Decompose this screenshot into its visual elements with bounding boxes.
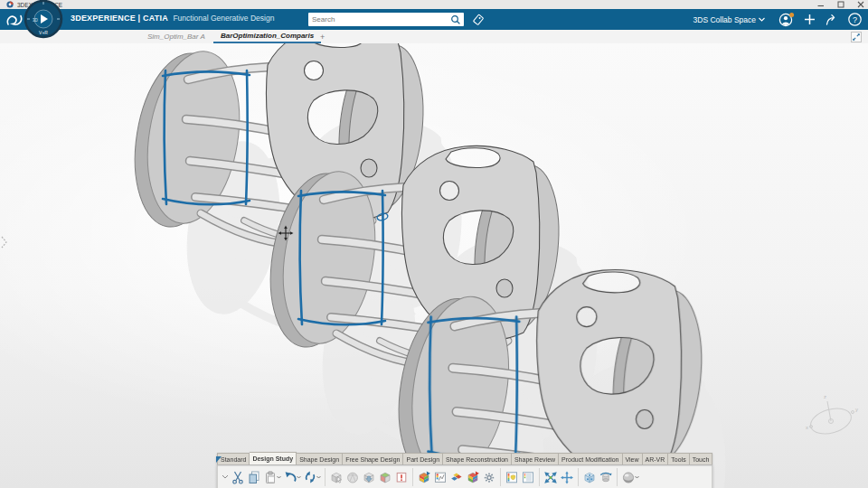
update-button[interactable] <box>302 467 318 487</box>
minimize-button[interactable] <box>817 1 825 8</box>
import-shape-button[interactable] <box>361 467 377 487</box>
toolbar-separator <box>412 468 413 486</box>
toolbar-overflow-icon[interactable] <box>221 467 230 487</box>
compare-results-button[interactable] <box>448 467 465 487</box>
3d-compass[interactable]: 3D V+R <box>24 0 63 43</box>
panel-colorbar-right-button[interactable] <box>520 467 536 487</box>
select-shape-button[interactable] <box>328 467 344 487</box>
compass-mode-label: 3D <box>33 18 39 23</box>
collab-space-label: 3DS Collab Space <box>693 15 756 24</box>
svg-text:?: ? <box>853 15 857 24</box>
tab-product-modification[interactable]: Product Modification <box>559 453 622 465</box>
svg-text:z: z <box>824 394 826 399</box>
share-icon[interactable] <box>825 13 839 27</box>
view-cube-button[interactable] <box>581 467 598 487</box>
render-style-icon <box>622 471 635 484</box>
tab-shape-reconstruction[interactable]: Shape Reconstruction <box>443 453 512 465</box>
app-icon <box>6 1 14 8</box>
brand-name: 3DEXPERIENCE | CATIA <box>71 14 168 23</box>
copy-icon <box>248 471 260 484</box>
svg-text:x: x <box>806 425 808 430</box>
render-style-button[interactable] <box>620 467 637 487</box>
tab-bar-optimization-comparison[interactable]: BarOptimization_Comparis <box>213 30 321 43</box>
3ds-logo-icon <box>5 11 24 33</box>
results-display-button[interactable] <box>416 467 432 487</box>
help-icon[interactable]: ? <box>847 12 863 27</box>
error-report-icon <box>395 471 408 483</box>
undo-button[interactable] <box>282 467 298 487</box>
panel-expand-chevron-icon[interactable] <box>2 237 6 248</box>
tab-tools[interactable]: Tools <box>668 453 689 465</box>
contour-results-icon <box>467 471 479 483</box>
copy-button[interactable] <box>246 467 262 487</box>
contour-results-button[interactable] <box>465 467 481 487</box>
simulation-gear-button[interactable] <box>481 467 497 487</box>
plot-sensors-icon <box>434 471 447 483</box>
tessellated-shape-button[interactable] <box>344 467 361 487</box>
add-icon[interactable] <box>803 13 816 26</box>
tab-ar-vr[interactable]: AR-VR <box>643 453 669 465</box>
search-input[interactable] <box>308 14 450 25</box>
expand-viewport-icon[interactable] <box>851 32 862 42</box>
gear-icon <box>483 471 495 484</box>
tab-design-study[interactable]: Design Study <box>250 452 297 465</box>
search-icon[interactable] <box>450 14 461 25</box>
fly-navigation-icon <box>544 471 557 484</box>
cut-button[interactable] <box>230 467 246 487</box>
add-tab-button[interactable]: + <box>315 30 330 43</box>
brand-text: 3DEXPERIENCE | CATIA Functional Generati… <box>71 14 274 23</box>
turntable-icon <box>599 471 612 483</box>
tab-sim-optim-bar-a[interactable]: Sim_Optim_Bar A <box>140 30 212 43</box>
app-title: Functional Generative Design <box>173 14 274 23</box>
paste-button[interactable] <box>262 467 278 487</box>
error-report-button[interactable] <box>393 467 410 487</box>
tab-shape-design[interactable]: Shape Design <box>297 453 343 465</box>
panel-colorbar-left-button[interactable] <box>504 467 520 487</box>
search-box[interactable] <box>308 13 464 26</box>
undo-icon <box>284 471 297 483</box>
toolbar-separator <box>500 468 501 486</box>
panel-colorbar-left-icon <box>505 471 518 483</box>
toolbar-separator <box>617 468 618 486</box>
tab-touch[interactable]: Touch <box>690 453 713 465</box>
chevron-down-icon <box>759 17 765 22</box>
3d-viewport[interactable]: x y z <box>0 43 868 488</box>
close-button[interactable] <box>857 1 864 8</box>
action-bar-icons <box>217 465 712 488</box>
tab-shape-review[interactable]: Shape Review <box>512 453 559 465</box>
toolbar-separator <box>325 468 326 486</box>
tab-standard[interactable]: Standard <box>217 453 250 465</box>
compass-version-label: V+R <box>39 30 48 35</box>
toolbar-separator <box>539 468 540 486</box>
tab-free-shape-design[interactable]: Free Shape Design <box>343 453 403 465</box>
cut-icon <box>231 471 244 484</box>
turntable-button[interactable] <box>598 467 614 487</box>
user-icon[interactable] <box>778 12 795 28</box>
compare-results-icon <box>450 471 463 483</box>
maximize-button[interactable] <box>837 1 844 8</box>
navigation-compass[interactable]: x y z <box>806 394 858 438</box>
toolbar-separator <box>578 468 579 486</box>
plot-sensors-button[interactable] <box>432 467 448 487</box>
paste-icon <box>264 471 277 484</box>
tessellated-shape-icon <box>346 471 359 483</box>
pan-navigation-icon <box>561 471 573 484</box>
fly-navigation-button[interactable] <box>542 467 559 487</box>
catia-application-window: { "titlebar": { "app_name": "3DEXPERIENC… <box>0 0 868 488</box>
panel-colorbar-right-icon <box>522 471 534 483</box>
document-tabstrip: Sim_Optim_Bar A BarOptimization_Comparis… <box>0 30 868 44</box>
tab-part-design[interactable]: Part Design <box>403 453 443 465</box>
tag-icon[interactable] <box>471 13 486 27</box>
pan-navigation-button[interactable] <box>559 467 575 487</box>
import-shape-icon <box>363 471 375 483</box>
collab-space-dropdown[interactable]: 3DS Collab Space <box>688 14 770 25</box>
select-shape-icon <box>330 471 343 483</box>
svg-text:y: y <box>855 407 858 412</box>
action-bar-anchor <box>216 450 222 466</box>
results-display-icon <box>418 471 430 483</box>
tab-view[interactable]: View <box>623 453 643 465</box>
shape-result-button[interactable] <box>377 467 393 487</box>
app-bar: 3DEXPERIENCE | CATIA Functional Generati… <box>0 9 868 30</box>
view-cube-icon <box>583 471 596 483</box>
viewport-3d-scene[interactable]: x y z <box>0 43 868 488</box>
